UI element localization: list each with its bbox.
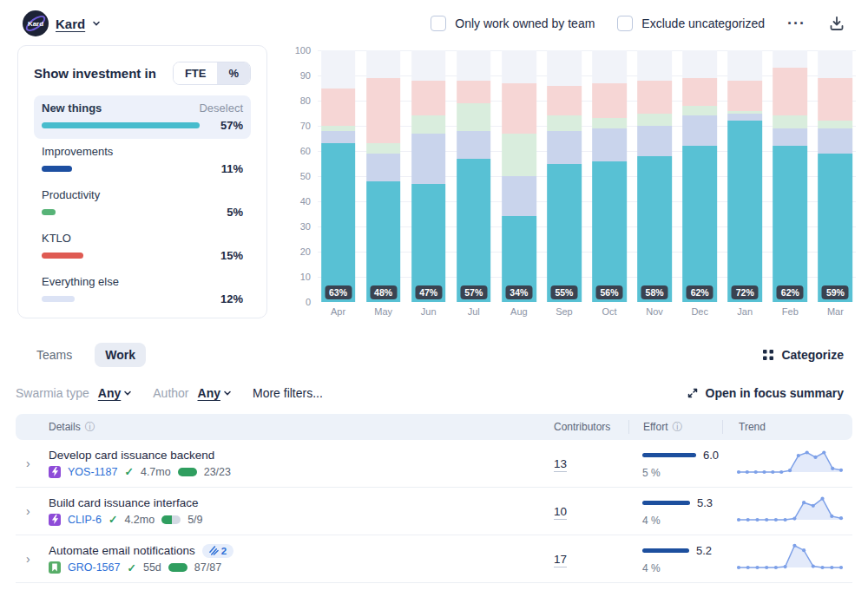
more-filters-button[interactable]: More filters... [253,386,323,400]
tab-teams[interactable]: Teams [26,343,82,367]
bar-segment-productivity [819,121,853,128]
open-focus-summary-button[interactable]: Open in focus summary [687,386,844,400]
row-expander-icon[interactable]: › [26,552,38,566]
contributors-count[interactable]: 17 [554,553,567,567]
bar-segment-everything-else [321,50,356,89]
bar-segment-ktlo [502,83,536,134]
duration: 4.7mo [141,466,171,478]
work-item-title[interactable]: Automate email notifications [49,544,195,557]
row-expander-icon[interactable]: › [26,504,38,518]
category-row-everything-else[interactable]: Everything else12% [34,269,251,312]
bar-column-oct[interactable]: 56%Oct [589,50,628,302]
bar-segment-improvements [727,114,762,121]
bar-value-pill: 48% [370,285,397,299]
bar-segment-ktlo [682,78,717,106]
bar-value-pill: 58% [641,285,668,299]
categorize-button[interactable]: Categorize [762,348,844,362]
bar-column-mar[interactable]: 59%Mar [816,50,855,302]
bar-segment-improvements [457,131,491,159]
toggle-percent[interactable]: % [217,62,250,84]
bar-segment-everything-else [592,50,627,83]
duration: 4.2mo [124,514,155,526]
swarmia-type-dropdown[interactable]: Any [98,386,132,400]
bar-column-nov[interactable]: 58%Nov [635,50,674,302]
issue-key-link[interactable]: GRO-1567 [68,561,120,574]
bar-segment-improvements [592,128,627,161]
only-team-checkbox[interactable] [431,16,446,31]
download-icon[interactable] [828,15,845,32]
team-name[interactable]: Kard [56,16,85,31]
exclude-uncategorized-checkbox[interactable] [617,16,633,31]
bar-column-may[interactable]: 48%May [364,50,403,302]
category-color-bar [42,253,83,259]
category-row-new-things[interactable]: New thingsDeselect57% [34,95,251,139]
info-icon[interactable]: ⓘ [672,420,682,435]
issue-key-link[interactable]: YOS-1187 [68,466,117,478]
category-percent: 57% [220,119,243,132]
bar-stack [457,50,491,302]
checkmark-icon: ✓ [108,513,117,526]
team-selector[interactable]: Kard Kard [23,10,101,36]
effort-cell: 5.24 % [628,544,722,574]
bar-segment-productivity [592,118,627,128]
bar-segment-ktlo [727,81,762,111]
category-name: Productivity [42,188,100,201]
bar-column-dec[interactable]: 62%Dec [681,50,720,302]
work-table: Details ⓘ Contributors Effort ⓘ Trend ›D… [16,414,852,583]
bar-value-pill: 72% [732,285,759,299]
bar-column-aug[interactable]: 34%Aug [499,50,538,302]
more-menu-icon[interactable]: ··· [787,15,806,33]
contributors-cell: 10 [545,505,628,518]
issue-key-link[interactable]: CLIP-6 [68,514,102,526]
category-row-improvements[interactable]: Improvements11% [34,139,251,182]
bar-segment-ktlo [366,78,401,143]
deselect-link[interactable]: Deselect [199,102,243,115]
bar-column-jun[interactable]: 47%Jun [409,50,448,302]
bar-segment-ktlo [457,81,491,103]
bar-column-sep[interactable]: 55%Sep [544,50,583,302]
x-tick-label: May [364,306,403,317]
tab-work[interactable]: Work [95,343,146,367]
table-row: ›Develop card issuance backendYOS-1187✓4… [16,440,852,488]
work-table-header: Details ⓘ Contributors Effort ⓘ Trend [16,414,852,440]
y-tick-label: 90 [300,70,311,81]
category-name: New things [42,102,102,115]
scope-count-badge[interactable]: 2 [202,544,233,558]
table-row: ›Build card issuance interfaceCLIP-6✓4.2… [16,488,852,535]
bar-segment-productivity [457,103,491,131]
swarmia-type-label: Swarmia type [16,386,89,400]
bar-segment-improvements [411,134,446,184]
bar-column-jul[interactable]: 57%Jul [454,50,493,302]
row-expander-icon[interactable]: › [26,456,38,470]
contributors-count[interactable]: 10 [554,505,567,520]
bar-segment-productivity [637,114,672,127]
contributors-count[interactable]: 13 [554,457,567,472]
effort-value: 5.3 [697,496,713,509]
exclude-uncategorized-checkbox-group[interactable]: Exclude uncategorized [617,16,765,31]
fte-percent-toggle: FTE % [173,62,251,85]
team-avatar: Kard [23,10,49,36]
investment-chart: 0102030405060708090100 63%Apr48%May47%Ju… [288,50,856,302]
bar-stack [682,50,717,302]
work-item-title[interactable]: Develop card issuance backend [49,449,214,462]
category-row-productivity[interactable]: Productivity5% [34,182,251,226]
work-item-title[interactable]: Build card issuance interface [49,496,199,509]
bar-segment-improvements [321,131,356,144]
bar-column-apr[interactable]: 63%Apr [319,50,358,302]
info-icon[interactable]: ⓘ [85,420,95,435]
categorize-label: Categorize [781,348,844,362]
author-dropdown[interactable]: Any [198,386,232,400]
bar-stack [819,50,853,302]
bar-column-feb[interactable]: 62%Feb [771,50,810,302]
bar-segment-improvements [773,128,807,146]
y-tick-label: 50 [300,171,311,181]
only-team-checkbox-group[interactable]: Only work owned by team [431,16,595,31]
bar-column-jan[interactable]: 72%Jan [726,50,765,302]
bar-segment-everything-else [637,50,672,81]
effort-cell: 5.34 % [628,496,722,527]
x-tick-label: Jun [409,306,448,317]
bar-segment-new-things [727,121,762,302]
toggle-fte[interactable]: FTE [174,62,218,84]
category-row-ktlo[interactable]: KTLO15% [34,226,251,269]
bar-segment-new-things [321,143,356,302]
